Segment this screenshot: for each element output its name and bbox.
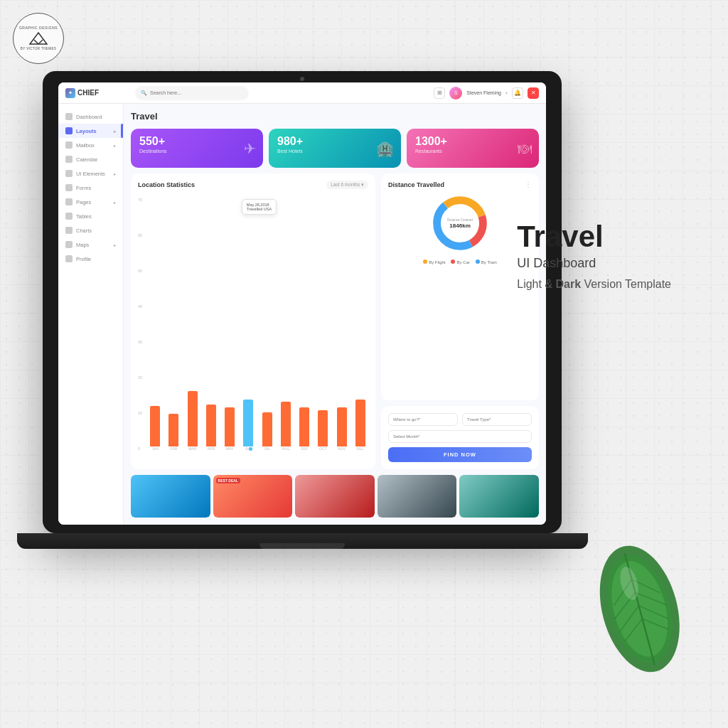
dashboard-icon [65,113,73,120]
select-month-input[interactable] [388,430,532,443]
username-label: Steven Fleming [466,90,501,95]
sidebar-item-tables[interactable]: Tables [58,209,123,223]
layouts-icon [65,127,73,134]
promo-subtitle: UI Dashboard [517,256,671,271]
pages-arrow: ▸ [114,200,116,205]
sidebar-item-ui-elements[interactable]: UI Elements ▸ [58,166,123,181]
stat-card-destinations: 550+ Destinations ✈ [131,129,263,168]
leaf-decoration [579,529,714,685]
bar-column [222,407,237,446]
bar[interactable] [188,391,198,446]
bar[interactable] [299,407,309,446]
hotels-number: 980+ [277,136,392,147]
sidebar: Dashboard Layouts ▸ Mailbox ▸ [58,104,124,525]
bar-column [259,412,275,446]
app-logo: ✦ CHIEF [65,88,129,98]
bar-column [185,391,200,446]
sidebar-label-pages: Pages [76,199,91,205]
chart-tooltip: May 28,2018 Travelled USA [242,199,277,215]
middle-row: Location Statistics Last 6 months ▾ May … [131,173,539,469]
y-tick: 40 [138,304,142,309]
travel-type-input[interactable] [462,413,532,426]
sidebar-label-maps: Maps [76,242,89,248]
corner-badge: GRAPHIC DESIGNS BY VICTOR THEMES [13,13,64,64]
badge-logo-icon [28,31,48,46]
badge-text-bottom: BY VICTOR THEMES [21,47,56,50]
search-icon: 🔍 [141,90,147,96]
chart-filter[interactable]: Last 6 months ▾ [326,181,368,189]
legend-train: By Train [476,259,497,264]
svg-line-1 [34,40,38,44]
hotel-icon: 🏨 [376,140,394,157]
topbar: ✦ CHIEF 🔍 ⊞ S Steven Fleming ▾ 🔔 ✕ [58,82,546,104]
bar[interactable] [281,402,291,446]
bell-icon-btn[interactable]: 🔔 [512,87,523,99]
sidebar-item-profile[interactable]: Profile [58,252,123,266]
tooltip-label: Travelled USA [247,207,272,211]
topbar-icons: ⊞ S Steven Fleming ▾ 🔔 ✕ [434,87,539,100]
laptop-body: ✦ CHIEF 🔍 ⊞ S Steven Fleming ▾ 🔔 ✕ [43,71,562,533]
legend-flight: By Flight [423,259,445,264]
badge-text-top: GRAPHIC DESIGNS [19,26,58,30]
sidebar-item-pages[interactable]: Pages ▸ [58,195,123,209]
y-tick: 70 [138,198,142,202]
chart-header: Location Statistics Last 6 months ▾ [138,181,368,189]
page-title: Travel [131,111,539,122]
sidebar-label-tables: Tables [76,213,92,220]
bar[interactable] [168,414,178,446]
x-labels: JANFEBMARAPRMAYJUNJULAUGSEPOCTNOVDEC [147,446,368,451]
sidebar-item-mailbox[interactable]: Mailbox ▸ [58,138,123,152]
search-box[interactable]: 🔍 [135,86,249,100]
x-tick-label: APR [203,446,219,451]
bars-area [147,391,368,446]
where-to-go-input[interactable] [388,413,458,426]
photo-strip: BEST DEAL [131,475,539,518]
bar[interactable] [355,400,365,446]
bar-chart-area: May 28,2018 Travelled USA 70 60 50 40 [138,192,368,462]
bar[interactable] [225,407,235,446]
sidebar-item-calendar[interactable]: Calendar [58,152,123,166]
photo-item-4 [378,475,457,518]
svg-text:1846km: 1846km [449,223,471,229]
y-tick: 50 [138,269,142,273]
sidebar-item-forms[interactable]: Forms [58,181,123,195]
donut-chart-svg: Distance Covered 1846km [428,191,492,255]
right-panel: Distance Travelled ⋮ [381,173,539,469]
bar[interactable] [337,407,347,446]
settings-icon-btn[interactable]: ✕ [528,87,539,99]
airplane-icon: ✈ [244,140,256,157]
grid-icon-btn[interactable]: ⊞ [434,87,445,99]
find-now-button[interactable]: FIND NOW [388,447,532,462]
sidebar-label-calendar: Calendar [76,156,97,163]
donut-header: Distance Travelled ⋮ [388,181,532,188]
sidebar-item-dashboard[interactable]: Dashboard [58,109,123,124]
bar[interactable] [206,405,216,446]
tables-icon [65,213,73,220]
sidebar-item-charts[interactable]: Charts [58,223,123,237]
sidebar-item-maps[interactable]: Maps ▸ [58,237,123,252]
bar[interactable] [150,406,160,446]
ui-arrow: ▸ [114,171,116,176]
sidebar-label-forms: Forms [76,185,91,191]
search-input[interactable] [150,90,243,95]
bars-group: JANFEBMARAPRMAYJUNJULAUGSEPOCTNOVDEC [147,391,368,451]
sidebar-label-dashboard: Dashboard [76,114,102,120]
bar[interactable] [318,410,328,446]
y-tick: 0 [138,446,142,451]
bar[interactable] [243,400,253,446]
svg-text:Distance Covered: Distance Covered [447,218,473,222]
x-tick-label: MAR [185,446,200,451]
bar-column [278,402,294,446]
profile-icon [65,255,73,262]
donut-menu-icon: ⋮ [525,181,532,188]
bar-column [333,407,349,446]
bar[interactable] [262,412,272,446]
sidebar-label-layouts: Layouts [76,128,97,134]
mailbox-arrow: ▸ [114,143,116,148]
laptop-mockup: ✦ CHIEF 🔍 ⊞ S Steven Fleming ▾ 🔔 ✕ [43,71,562,583]
chart-title: Location Statistics [138,181,195,188]
x-tick-label: MAY [222,446,237,451]
stat-card-hotels: 980+ Best Hotels 🏨 [269,129,401,168]
sidebar-item-layouts[interactable]: Layouts ▸ [58,124,123,138]
logo-icon: ✦ [65,88,75,98]
